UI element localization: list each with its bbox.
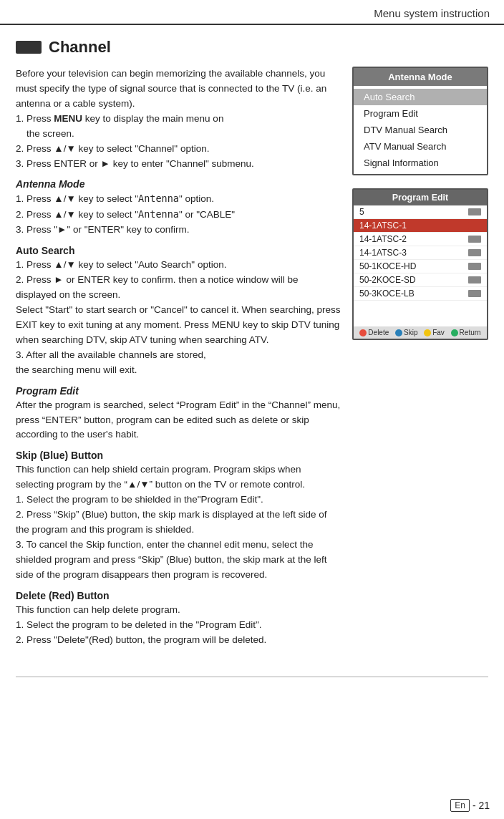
row-icon-14atsc2 [468, 236, 481, 243]
dot-red-icon [359, 329, 367, 336]
delete-red-p2: 1. Select the program to be deleted in t… [16, 618, 341, 633]
antenna-mode-section: Antenna Mode 1. Press ▲/▼ key to select … [16, 178, 341, 238]
skip-blue-title: Skip (Blue) Button [16, 450, 341, 461]
antenna-menu-items: Auto Search Program Edit DTV Manual Sear… [354, 86, 487, 174]
antenna-mode-p2: 2. Press ▲/▼ key to select "Antenna" or … [16, 207, 341, 223]
menu-item-dtv-manual-search[interactable]: DTV Manual Search [354, 122, 487, 138]
row-icon-14atsc3 [468, 249, 481, 256]
program-edit-row-50koce-sd[interactable]: 50-2KOCE-SD [354, 273, 487, 287]
menu-item-signal-information[interactable]: Signal Information [354, 155, 487, 171]
program-edit-row-14atsc1[interactable]: 14-1ATSC-1 [354, 219, 487, 233]
footer-label-delete: Delete [368, 329, 389, 336]
program-edit-menu: Program Edit 5 14-1ATSC-1 14-1ATSC-2 14-… [352, 188, 488, 340]
menu-item-atv-manual-search[interactable]: ATV Manual Search [354, 138, 487, 155]
antenna-mode-p3: 3. Press "►" or "ENTER" key to confirm. [16, 223, 341, 238]
title-bar-icon [16, 41, 42, 54]
delete-red-p3: 2. Press "Delete"(Red) button, the progr… [16, 633, 341, 648]
channel-title: Channel [49, 38, 111, 57]
auto-search-section: Auto Search 1. Press ▲/▼ key to select "… [16, 245, 341, 377]
left-column: Before your television can begin memoriz… [16, 67, 341, 655]
lang-badge: En [450, 799, 470, 812]
antenna-mode-menu: Antenna Mode Auto Search Program Edit DT… [352, 67, 488, 175]
intro-section: Before your television can begin memoriz… [16, 67, 341, 171]
program-edit-row-5[interactable]: 5 [354, 205, 487, 219]
footer-label-skip: Skip [404, 329, 417, 336]
antenna-mode-title: Antenna Mode [16, 178, 341, 190]
program-edit-row-50koce-lb[interactable]: 50-3KOCE-LB [354, 287, 487, 301]
program-edit-footer: Delete Skip Fav Return [354, 326, 487, 339]
skip-blue-p4: 3. To cancel the Skip function, enter th… [16, 538, 341, 583]
dot-yellow-icon [424, 329, 431, 336]
page-divider [16, 677, 488, 677]
menu-item-auto-search[interactable]: Auto Search [354, 89, 487, 105]
program-edit-p1: After the program is searched, select “P… [16, 398, 341, 443]
page-header: Menu system instruction [0, 0, 504, 25]
delete-red-p1: This function can help delete program. [16, 603, 341, 618]
program-edit-menu-header: Program Edit [354, 190, 487, 205]
antenna-menu-header: Antenna Mode [354, 68, 487, 86]
menu-item-program-edit[interactable]: Program Edit [354, 105, 487, 122]
auto-search-title: Auto Search [16, 245, 341, 256]
program-edit-row-14atsc2[interactable]: 14-1ATSC-2 [354, 233, 487, 246]
antenna-mode-p1: 1. Press ▲/▼ key to select "Antenna" opt… [16, 191, 341, 207]
section-title: Channel [16, 38, 488, 57]
right-column: Antenna Mode Auto Search Program Edit DT… [352, 67, 488, 340]
skip-blue-section: Skip (Blue) Button This function can hel… [16, 450, 341, 582]
skip-blue-p1: This function can help shield certain pr… [16, 462, 341, 493]
row-icon-14atsc1 [468, 222, 481, 229]
row-icon-50koce-sd [468, 276, 481, 284]
row-icon-50koce-lb [468, 290, 481, 297]
page-number: - 21 [472, 800, 490, 811]
program-edit-row-14atsc3[interactable]: 14-1ATSC-3 [354, 246, 487, 260]
intro-p2b: the screen. [16, 127, 341, 142]
intro-p2: 1. Press MENU key to display the main me… [16, 112, 341, 127]
auto-search-p3: Select "Start" to start search or "Cance… [16, 303, 341, 348]
row-icon-5 [468, 208, 481, 215]
auto-search-p4: 3. After all the available channels are … [16, 348, 341, 363]
intro-p3: 2. Press ▲/▼ key to select "Channel" opt… [16, 142, 341, 157]
footer-btn-return[interactable]: Return [451, 329, 481, 336]
row-icon-50koce-hd [468, 263, 481, 270]
program-edit-section: Program Edit After the program is search… [16, 385, 341, 443]
intro-p1: Before your television can begin memoriz… [16, 67, 341, 112]
page-title: Menu system instruction [374, 7, 490, 19]
main-columns: Before your television can begin memoriz… [16, 67, 488, 655]
dot-green-icon [451, 329, 458, 336]
program-edit-title: Program Edit [16, 385, 341, 397]
footer-label-fav: Fav [432, 329, 445, 336]
content-area: Channel Before your television can begin… [0, 25, 504, 694]
dot-blue-icon [395, 329, 402, 336]
delete-red-title: Delete (Red) Button [16, 590, 341, 601]
program-edit-row-50koce-hd[interactable]: 50-1KOCE-HD [354, 260, 487, 273]
skip-blue-p3: 2. Press “Skip” (Blue) button, the skip … [16, 508, 341, 538]
auto-search-p2: 2. Press ► or ENTER key to confirm. then… [16, 273, 341, 303]
skip-blue-p2: 1. Select the program to be shielded in … [16, 493, 341, 508]
footer-label-return: Return [460, 329, 481, 336]
page-footer: En - 21 [450, 799, 490, 812]
footer-btn-delete[interactable]: Delete [359, 329, 389, 336]
auto-search-p5: the searching menu will exit. [16, 363, 341, 378]
delete-red-section: Delete (Red) Button This function can he… [16, 590, 341, 648]
footer-btn-fav[interactable]: Fav [424, 329, 445, 336]
footer-btn-skip[interactable]: Skip [395, 329, 417, 336]
intro-p4: 3. Press ENTER or ► key to enter "Channe… [16, 157, 341, 172]
auto-search-p1: 1. Press ▲/▼ key to select "Auto Search"… [16, 258, 341, 273]
